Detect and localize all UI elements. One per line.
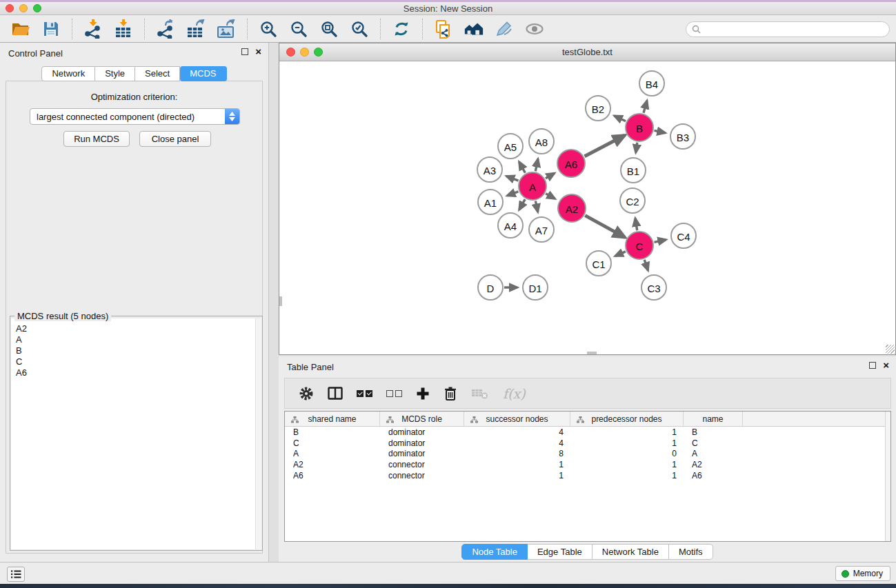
tab-style[interactable]: Style — [95, 66, 135, 81]
run-mcds-button[interactable]: Run MCDS — [63, 131, 130, 147]
show-all-button[interactable] — [524, 19, 545, 39]
graph-node-C3[interactable]: C3 — [641, 275, 666, 300]
mcds-list-scrollbar[interactable] — [255, 318, 261, 549]
mcds-result-item[interactable]: A6 — [16, 367, 261, 378]
delete-column-button[interactable] — [444, 384, 457, 403]
graph-edge-B-B3[interactable] — [655, 130, 666, 132]
export-table-button[interactable] — [186, 19, 206, 39]
split-table-view-button[interactable] — [328, 384, 343, 403]
first-neighbors-button[interactable] — [464, 19, 484, 39]
graph-edge-A-A7[interactable] — [535, 201, 537, 212]
tab-select[interactable]: Select — [135, 66, 180, 81]
close-table-panel-icon[interactable]: × — [883, 362, 889, 369]
tab-motifs[interactable]: Motifs — [669, 544, 713, 560]
graph-edge-C-C2[interactable] — [635, 219, 637, 231]
graph-edge-A6-B[interactable] — [585, 135, 625, 156]
table-row[interactable]: A2connector11A2 — [285, 459, 890, 470]
float-table-panel-button[interactable] — [869, 362, 876, 369]
save-session-button[interactable] — [41, 19, 61, 39]
graph-edge-A-A4[interactable] — [519, 199, 526, 210]
delete-table-button[interactable] — [471, 384, 489, 403]
tab-network[interactable]: Network — [41, 66, 95, 81]
canvas-vscroll-indicator[interactable] — [279, 296, 282, 306]
float-panel-button[interactable] — [241, 48, 248, 55]
canvas-hscroll-indicator[interactable] — [587, 352, 597, 354]
graph-node-B4[interactable]: B4 — [639, 71, 664, 96]
graph-node-C4[interactable]: C4 — [671, 223, 696, 248]
graph-node-A6[interactable]: A6 — [557, 150, 585, 177]
graph-node-B3[interactable]: B3 — [670, 124, 695, 149]
graph-node-A4[interactable]: A4 — [498, 213, 523, 238]
mcds-result-item[interactable]: A2 — [16, 323, 261, 334]
apply-layout-button[interactable] — [391, 19, 412, 39]
graph-edge-A2-C[interactable] — [585, 216, 625, 238]
graph-node-A5[interactable]: A5 — [498, 134, 523, 159]
close-panel-icon[interactable]: × — [255, 48, 261, 55]
graph-node-A7[interactable]: A7 — [529, 217, 554, 242]
graph-edge-B-B4[interactable] — [644, 101, 647, 113]
column-header-shared-name[interactable]: shared name — [285, 412, 380, 426]
column-header-predecessor-nodes[interactable]: predecessor nodes — [570, 412, 684, 426]
tab-network-table[interactable]: Network Table — [593, 544, 669, 560]
graph-node-C1[interactable]: C1 — [586, 251, 611, 276]
graph-node-B2[interactable]: B2 — [586, 96, 610, 121]
column-header-mcds-role[interactable]: MCDS role — [380, 412, 464, 426]
select-all-button[interactable] — [357, 384, 372, 403]
column-header-name[interactable]: name — [684, 412, 743, 426]
graph-edge-A-A1[interactable] — [507, 192, 518, 196]
table-row[interactable]: A6connector11A6 — [285, 470, 890, 481]
network-canvas[interactable]: AA1A2A3A4A5A6A7A8BB1B2B3B4CC1C2C3C4DD1 — [279, 61, 895, 354]
column-settings-button[interactable] — [299, 384, 314, 403]
tab-edge-table[interactable]: Edge Table — [528, 544, 593, 560]
optimization-criterion-select[interactable]: largest connected component (directed) — [30, 108, 240, 125]
zoom-fit-button[interactable] — [319, 19, 339, 39]
graph-edge-C-C1[interactable] — [615, 252, 626, 256]
zoom-out-button[interactable] — [288, 19, 309, 39]
export-image-button[interactable] — [216, 19, 237, 39]
hide-selected-button[interactable] — [494, 19, 515, 39]
table-row[interactable]: Bdominator41B — [285, 427, 890, 438]
mcds-result-item[interactable]: B — [16, 345, 261, 356]
graph-edge-A-A6[interactable] — [546, 173, 555, 179]
graph-edge-C-C3[interactable] — [644, 260, 648, 271]
memory-button[interactable]: Memory — [835, 566, 890, 581]
graph-node-C2[interactable]: C2 — [620, 188, 645, 213]
open-session-button[interactable] — [10, 19, 31, 39]
graph-node-A1[interactable]: A1 — [478, 190, 503, 214]
mcds-result-list[interactable]: A2ABCA6 — [11, 318, 261, 549]
graph-node-A8[interactable]: A8 — [529, 129, 554, 154]
tab-node-table[interactable]: Node Table — [461, 544, 528, 560]
table-scrollbar[interactable] — [885, 412, 890, 541]
graph-node-C[interactable]: C — [626, 232, 653, 259]
search-input[interactable] — [704, 25, 877, 34]
tab-mcds[interactable]: MCDS — [180, 66, 226, 81]
graph-node-A[interactable]: A — [519, 172, 546, 200]
graph-node-D1[interactable]: D1 — [523, 275, 548, 300]
close-panel-button[interactable]: Close panel — [139, 131, 211, 147]
function-builder-button[interactable]: f(x) — [503, 384, 526, 403]
graph-node-D[interactable]: D — [478, 275, 503, 300]
import-table-button[interactable] — [113, 19, 134, 39]
graph-node-B1[interactable]: B1 — [621, 158, 646, 183]
zoom-selected-button[interactable] — [349, 19, 370, 39]
graph-node-A2[interactable]: A2 — [558, 194, 586, 222]
graph-node-A3[interactable]: A3 — [477, 157, 502, 182]
zoom-in-button[interactable] — [258, 19, 279, 39]
window-resize-grip[interactable] — [886, 345, 895, 354]
table-row[interactable]: Cdominator41C — [285, 438, 890, 449]
graph-node-B[interactable]: B — [626, 114, 653, 141]
graph-edge-A-A5[interactable] — [519, 162, 526, 173]
mcds-result-item[interactable]: C — [16, 356, 261, 367]
mcds-result-item[interactable]: A — [16, 334, 261, 345]
graph-edge-A-A3[interactable] — [506, 176, 518, 181]
clone-network-button[interactable] — [433, 19, 454, 39]
search-field[interactable] — [686, 21, 890, 37]
graph-edge-B-B1[interactable] — [636, 143, 637, 153]
task-history-button[interactable] — [7, 567, 25, 582]
table-row[interactable]: Adominator80A — [285, 448, 890, 459]
add-column-button[interactable] — [416, 384, 430, 403]
graph-edge-C-C4[interactable] — [655, 240, 666, 243]
deselect-all-button[interactable] — [386, 384, 402, 403]
graph-edge-A-A2[interactable] — [546, 194, 555, 199]
export-network-button[interactable] — [155, 19, 176, 39]
